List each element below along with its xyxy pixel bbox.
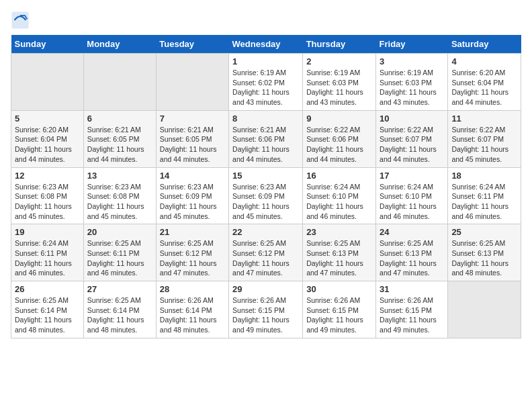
day-number: 10 [380,113,444,124]
day-detail: Sunrise: 6:19 AMSunset: 6:03 PMDaylight:… [380,68,444,107]
calendar-cell: 29Sunrise: 6:26 AMSunset: 6:15 PMDayligh… [229,281,303,338]
day-detail: Sunrise: 6:25 AMSunset: 6:12 PMDaylight:… [232,238,299,278]
day-number: 13 [87,171,152,181]
day-number: 15 [232,171,299,181]
calendar-cell: 11Sunrise: 6:22 AMSunset: 6:07 PMDayligh… [448,110,521,167]
day-detail: Sunrise: 6:24 AMSunset: 6:10 PMDaylight:… [306,182,372,222]
day-number: 30 [306,284,372,294]
calendar-cell: 22Sunrise: 6:25 AMSunset: 6:12 PMDayligh… [229,224,303,281]
weekday-header-wednesday: Wednesday [229,35,303,54]
calendar-week-4: 19Sunrise: 6:24 AMSunset: 6:11 PMDayligh… [11,224,521,281]
calendar-week-5: 26Sunrise: 6:25 AMSunset: 6:14 PMDayligh… [11,281,521,338]
calendar-cell: 28Sunrise: 6:26 AMSunset: 6:14 PMDayligh… [156,281,228,338]
calendar-cell: 15Sunrise: 6:23 AMSunset: 6:09 PMDayligh… [229,167,303,224]
calendar-cell: 19Sunrise: 6:24 AMSunset: 6:11 PMDayligh… [11,224,84,281]
day-number: 23 [306,227,372,237]
calendar-cell [11,54,84,111]
day-number: 12 [15,171,80,181]
day-number: 3 [380,56,444,66]
day-detail: Sunrise: 6:19 AMSunset: 6:02 PMDaylight:… [232,68,299,107]
day-number: 31 [380,284,444,294]
calendar-cell: 30Sunrise: 6:26 AMSunset: 6:15 PMDayligh… [303,281,376,338]
day-number: 5 [15,113,80,124]
calendar-cell: 4Sunrise: 6:20 AMSunset: 6:04 PMDaylight… [448,54,521,111]
calendar-cell: 26Sunrise: 6:25 AMSunset: 6:14 PMDayligh… [11,281,84,338]
day-number: 26 [15,284,80,294]
day-number: 21 [160,227,225,237]
day-detail: Sunrise: 6:25 AMSunset: 6:12 PMDaylight:… [160,238,225,278]
logo-icon [11,11,30,30]
weekday-header-friday: Friday [376,35,448,54]
day-number: 29 [232,284,299,294]
calendar-cell: 23Sunrise: 6:25 AMSunset: 6:13 PMDayligh… [303,224,376,281]
day-number: 22 [232,227,299,237]
day-number: 4 [451,56,517,66]
calendar-cell: 17Sunrise: 6:24 AMSunset: 6:10 PMDayligh… [376,167,448,224]
calendar-cell: 25Sunrise: 6:25 AMSunset: 6:13 PMDayligh… [448,224,521,281]
day-detail: Sunrise: 6:23 AMSunset: 6:09 PMDaylight:… [232,182,299,222]
day-detail: Sunrise: 6:25 AMSunset: 6:13 PMDaylight:… [380,238,444,278]
calendar-cell: 16Sunrise: 6:24 AMSunset: 6:10 PMDayligh… [303,167,376,224]
calendar-cell: 5Sunrise: 6:20 AMSunset: 6:04 PMDaylight… [11,110,84,167]
day-detail: Sunrise: 6:24 AMSunset: 6:11 PMDaylight:… [15,238,80,278]
calendar-cell: 3Sunrise: 6:19 AMSunset: 6:03 PMDaylight… [376,54,448,111]
day-number: 11 [451,113,517,124]
weekday-header-thursday: Thursday [303,35,376,54]
day-detail: Sunrise: 6:25 AMSunset: 6:13 PMDaylight:… [451,238,517,278]
day-detail: Sunrise: 6:26 AMSunset: 6:14 PMDaylight:… [160,295,225,335]
calendar-cell: 2Sunrise: 6:19 AMSunset: 6:03 PMDaylight… [303,54,376,111]
calendar-cell: 31Sunrise: 6:26 AMSunset: 6:15 PMDayligh… [376,281,448,338]
day-number: 20 [87,227,152,237]
day-detail: Sunrise: 6:22 AMSunset: 6:07 PMDaylight:… [380,125,444,165]
weekday-header-sunday: Sunday [11,35,84,54]
calendar-cell: 13Sunrise: 6:23 AMSunset: 6:08 PMDayligh… [83,167,156,224]
day-number: 28 [160,284,225,294]
calendar-table: SundayMondayTuesdayWednesdayThursdayFrid… [11,35,521,338]
day-number: 2 [306,56,372,66]
day-detail: Sunrise: 6:23 AMSunset: 6:09 PMDaylight:… [160,182,225,222]
calendar-cell: 14Sunrise: 6:23 AMSunset: 6:09 PMDayligh… [156,167,228,224]
day-number: 16 [306,171,372,181]
calendar-cell: 21Sunrise: 6:25 AMSunset: 6:12 PMDayligh… [156,224,228,281]
day-detail: Sunrise: 6:26 AMSunset: 6:15 PMDaylight:… [232,295,299,335]
day-number: 9 [306,113,372,124]
day-number: 8 [232,113,299,124]
calendar-cell: 6Sunrise: 6:21 AMSunset: 6:05 PMDaylight… [83,110,156,167]
day-detail: Sunrise: 6:26 AMSunset: 6:15 PMDaylight:… [380,295,444,335]
calendar-cell: 8Sunrise: 6:21 AMSunset: 6:06 PMDaylight… [229,110,303,167]
day-number: 27 [87,284,152,294]
day-detail: Sunrise: 6:22 AMSunset: 6:06 PMDaylight:… [306,125,372,165]
weekday-header-saturday: Saturday [448,35,521,54]
day-number: 17 [380,171,444,181]
day-detail: Sunrise: 6:24 AMSunset: 6:11 PMDaylight:… [451,182,517,222]
calendar-cell: 1Sunrise: 6:19 AMSunset: 6:02 PMDaylight… [229,54,303,111]
calendar-week-2: 5Sunrise: 6:20 AMSunset: 6:04 PMDaylight… [11,110,521,167]
day-detail: Sunrise: 6:26 AMSunset: 6:15 PMDaylight:… [306,295,372,335]
weekday-header-monday: Monday [83,35,156,54]
day-detail: Sunrise: 6:22 AMSunset: 6:07 PMDaylight:… [451,125,517,165]
calendar-cell: 10Sunrise: 6:22 AMSunset: 6:07 PMDayligh… [376,110,448,167]
calendar-cell: 27Sunrise: 6:25 AMSunset: 6:14 PMDayligh… [83,281,156,338]
day-detail: Sunrise: 6:21 AMSunset: 6:06 PMDaylight:… [232,125,299,165]
weekday-header-tuesday: Tuesday [156,35,228,54]
day-number: 14 [160,171,225,181]
calendar-cell: 18Sunrise: 6:24 AMSunset: 6:11 PMDayligh… [448,167,521,224]
day-detail: Sunrise: 6:25 AMSunset: 6:11 PMDaylight:… [87,238,152,278]
logo [11,11,31,30]
day-detail: Sunrise: 6:19 AMSunset: 6:03 PMDaylight:… [306,68,372,107]
page-header [11,11,521,30]
day-detail: Sunrise: 6:25 AMSunset: 6:14 PMDaylight:… [87,295,152,335]
day-detail: Sunrise: 6:20 AMSunset: 6:04 PMDaylight:… [451,68,517,107]
day-number: 19 [15,227,80,237]
day-number: 18 [451,171,517,181]
calendar-cell: 12Sunrise: 6:23 AMSunset: 6:08 PMDayligh… [11,167,84,224]
calendar-cell: 24Sunrise: 6:25 AMSunset: 6:13 PMDayligh… [376,224,448,281]
calendar-header: SundayMondayTuesdayWednesdayThursdayFrid… [11,35,521,54]
day-number: 6 [87,113,152,124]
day-detail: Sunrise: 6:23 AMSunset: 6:08 PMDaylight:… [15,182,80,222]
day-number: 25 [451,227,517,237]
day-number: 24 [380,227,444,237]
day-detail: Sunrise: 6:21 AMSunset: 6:05 PMDaylight:… [160,125,225,165]
day-detail: Sunrise: 6:25 AMSunset: 6:14 PMDaylight:… [15,295,80,335]
day-detail: Sunrise: 6:25 AMSunset: 6:13 PMDaylight:… [306,238,372,278]
